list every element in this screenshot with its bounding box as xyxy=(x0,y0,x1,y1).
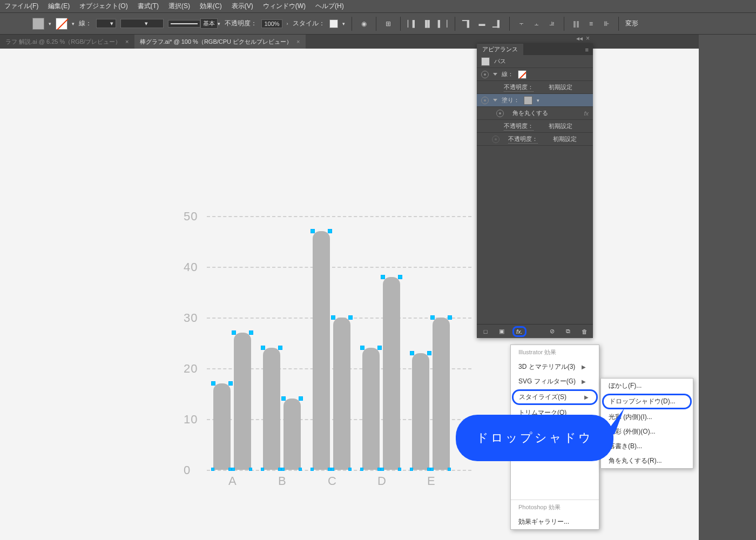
chart-bar[interactable] xyxy=(433,318,450,470)
chart-bar[interactable] xyxy=(234,333,251,470)
selection-handle[interactable] xyxy=(310,468,314,471)
chart-bar[interactable] xyxy=(213,383,231,470)
chart-bar[interactable] xyxy=(313,231,330,470)
appearance-opacity-row-3[interactable]: 不透明度： 初期設定 xyxy=(477,133,593,146)
align-icon-1[interactable]: ⊞ xyxy=(383,18,394,29)
submenu-scribble[interactable]: 落書き(B)... xyxy=(601,439,693,454)
selection-handle[interactable] xyxy=(448,468,451,471)
y-tick-label: 20 xyxy=(184,362,198,376)
menu-help[interactable]: ヘルプ(H) xyxy=(315,2,344,11)
align-hcenter-icon[interactable]: ▐▌ xyxy=(422,18,433,29)
opacity-value[interactable]: 100% xyxy=(261,19,282,28)
menu-file[interactable]: ファイル(F) xyxy=(4,2,38,11)
chart-bar[interactable] xyxy=(362,348,380,470)
stroke-color-swatch[interactable] xyxy=(518,70,526,79)
appearance-path-row: パス xyxy=(477,55,593,68)
menu-stylize[interactable]: スタイライズ(S)▶ xyxy=(512,389,598,405)
selection-handle[interactable] xyxy=(331,468,334,471)
selection-handle[interactable] xyxy=(211,468,214,471)
new-fill-icon[interactable]: ▣ xyxy=(496,326,507,337)
appearance-tab[interactable]: アピアランス xyxy=(477,44,523,55)
align-vcenter-icon[interactable]: ▬ xyxy=(477,18,488,29)
chart-bar[interactable] xyxy=(383,277,400,470)
selection-handle[interactable] xyxy=(249,468,252,471)
trash-icon[interactable]: 🗑 xyxy=(579,326,590,337)
distribute-icon-3[interactable]: ⫡ xyxy=(546,18,557,29)
appearance-stroke-row[interactable]: 線： xyxy=(477,68,593,81)
selection-handle[interactable] xyxy=(281,468,285,471)
distribute-s-icon[interactable]: ⊪ xyxy=(601,18,612,29)
selection-handle[interactable] xyxy=(261,468,264,471)
close-icon[interactable]: × xyxy=(125,38,129,45)
duplicate-icon[interactable]: ⧉ xyxy=(563,326,573,337)
chart-bar[interactable] xyxy=(333,318,350,470)
style-swatch[interactable] xyxy=(329,19,338,28)
submenu-blur[interactable]: ぼかし(F)... xyxy=(601,379,693,393)
align-right-icon[interactable]: ▌▕ xyxy=(437,18,448,29)
stroke-swatch[interactable] xyxy=(56,18,68,30)
menu-view[interactable]: 表示(V) xyxy=(232,2,253,11)
menu-effect[interactable]: 効果(C) xyxy=(200,2,222,11)
visibility-icon[interactable] xyxy=(481,97,489,104)
stroke-label: 線： xyxy=(79,19,92,28)
menu-effect-gallery[interactable]: 効果ギャラリー... xyxy=(511,515,599,529)
selection-handle[interactable] xyxy=(232,468,235,471)
transform-link[interactable]: 変形 xyxy=(625,19,638,28)
selection-handle[interactable] xyxy=(381,468,384,471)
distribute-v-icon[interactable]: ≡ xyxy=(586,18,597,29)
submenu-drop-shadow[interactable]: ドロップシャドウ(D)... xyxy=(602,394,692,409)
selection-handle[interactable] xyxy=(430,468,434,471)
fill-swatch[interactable] xyxy=(32,18,44,30)
menu-svg-filter[interactable]: SVG フィルター(G)▶ xyxy=(511,374,599,389)
menu-window[interactable]: ウィンドウ(W) xyxy=(263,2,306,11)
fill-color-swatch[interactable] xyxy=(524,96,532,105)
tab-doc1[interactable]: ラフ 解説.ai @ 6.25 %（RGB/プレビュー）× xyxy=(0,35,134,49)
chart-bar[interactable] xyxy=(263,348,280,470)
align-top-icon[interactable]: ▔▌ xyxy=(462,18,473,29)
align-left-icon[interactable]: ▏▌ xyxy=(407,18,418,29)
menu-edit[interactable]: 編集(E) xyxy=(48,2,70,11)
menu-type[interactable]: 書式(T) xyxy=(138,2,159,11)
chevron-down-icon[interactable] xyxy=(493,73,497,76)
visibility-icon[interactable] xyxy=(481,71,489,78)
appearance-opacity-row-1[interactable]: 不透明度： 初期設定 xyxy=(477,81,593,94)
chart-bar[interactable] xyxy=(284,399,301,470)
align-bottom-icon[interactable]: ▁▌ xyxy=(492,18,503,29)
distribute-icon-2[interactable]: ⫠ xyxy=(531,18,542,29)
x-tick-label: B xyxy=(278,474,287,488)
gridline xyxy=(207,267,471,268)
y-tick-label: 0 xyxy=(184,463,191,477)
visibility-icon[interactable] xyxy=(496,110,504,117)
add-effect-button[interactable]: fx. xyxy=(512,326,526,337)
appearance-round-row[interactable]: 角を丸くする fx xyxy=(477,107,593,120)
close-icon[interactable]: × xyxy=(296,38,300,45)
opacity-label: 不透明度： xyxy=(225,19,257,28)
collapse-icon[interactable]: ◂◂ xyxy=(576,35,583,42)
menu-3d-material[interactable]: 3D とマテリアル(3)▶ xyxy=(511,360,599,374)
selection-handle[interactable] xyxy=(360,468,363,471)
chart-bar[interactable] xyxy=(412,353,429,470)
menu-object[interactable]: オブジェクト(O) xyxy=(79,2,127,11)
chevron-down-icon[interactable] xyxy=(493,99,497,102)
panel-menu-icon[interactable]: ≡ xyxy=(581,44,593,55)
selection-handle[interactable] xyxy=(299,468,302,471)
selection-handle[interactable] xyxy=(348,468,352,471)
appearance-opacity-row-2[interactable]: 不透明度： 初期設定 xyxy=(477,120,593,133)
tab-doc2[interactable]: 棒グラフ.ai* @ 100 %（RGB/CPU ピクセルプレビュー）× xyxy=(134,35,306,49)
stroke-profile[interactable]: ▾ xyxy=(120,19,164,28)
selection-handle[interactable] xyxy=(410,468,413,471)
appearance-fill-row[interactable]: 塗り： ▾ xyxy=(477,94,593,107)
visibility-icon[interactable] xyxy=(492,136,500,143)
recolor-icon[interactable]: ◉ xyxy=(359,18,369,29)
menu-select[interactable]: 選択(S) xyxy=(168,2,190,11)
new-stroke-icon[interactable]: □ xyxy=(480,326,491,337)
distribute-icon-1[interactable]: ⫟ xyxy=(516,18,527,29)
distribute-h-icon[interactable]: ‖‖ xyxy=(571,18,582,29)
stroke-weight[interactable]: ▾ xyxy=(96,19,116,28)
x-tick-label: A xyxy=(228,474,237,488)
brush-definition[interactable]: 基本▾ xyxy=(168,18,220,29)
submenu-round-corners[interactable]: 角を丸くする(R)... xyxy=(601,454,693,468)
clear-icon[interactable]: ⊘ xyxy=(546,326,557,337)
selection-handle[interactable] xyxy=(398,468,401,471)
panel-close-icon[interactable]: × xyxy=(586,35,590,42)
